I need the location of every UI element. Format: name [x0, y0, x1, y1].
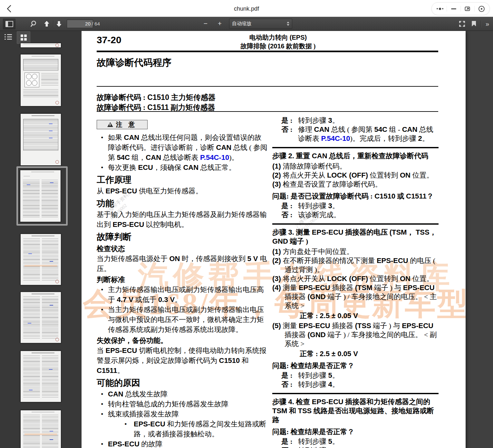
divider-rule — [97, 111, 438, 112]
answer-yes: 是 :转到步骤 3。 — [272, 201, 439, 210]
step-rule — [272, 393, 439, 394]
cause-bullet: 转向柱管轴总成的力矩传感器发生故障 — [97, 399, 268, 409]
caution-box: 注 意 — [97, 120, 148, 129]
thumbnail-view-button[interactable] — [17, 31, 30, 44]
thumbnail-page-image — [20, 170, 61, 222]
thumbnail-page[interactable] — [20, 234, 61, 285]
thumbnail-page[interactable] — [20, 113, 61, 166]
question-line: 问题: 检查结果是否正常？ — [272, 361, 439, 370]
heading-principle: 工作原理 — [97, 174, 268, 186]
toolbar-divider — [53, 20, 53, 27]
thumbnail-page[interactable] — [20, 54, 61, 106]
cause-bullet: EPS-ECU 的故障 — [97, 439, 268, 448]
header-line-1: 电动助力转向 (EPS) — [101, 33, 455, 42]
warning-icon — [107, 122, 113, 127]
step3-heading: 步骤 3. 测量 EPS-ECU 插接器的电压 (TSM， TSS，GND 端子… — [272, 228, 439, 246]
criteria-bullet: 主力矩传感器输出电压或副力矩传感器输出电压高于 4.7 V 或低于 0.3 V。 — [97, 285, 268, 305]
answer-no: 否 :该诊断完成。 — [272, 210, 439, 219]
thumbnail-page-current[interactable] — [16, 166, 68, 226]
cause-bullet: 线束或插接器发生故障 — [97, 409, 268, 419]
page-count-label: / 64 — [92, 17, 100, 31]
step-item: (4) 测量 EPS-ECU 插接器 (TSM 端子 ) 与 EPS-ECU 插… — [272, 283, 439, 310]
divider-rule — [97, 86, 438, 87]
thumbnails-sidebar — [0, 31, 82, 448]
cause-bullet: CAN 总线发生故障 — [97, 389, 268, 399]
step-item: (3) 检查是否设置了故障诊断代码。 — [272, 180, 439, 189]
dtc-block: 故障诊断代码 : C1510 主力矩传感器 故障诊断代码 : C1511 副力矩… — [97, 93, 216, 112]
paragraph-function: 基于输入力矩的电压从主力矩传感器及副力矩传感器输出到 EPS-ECU 以控制电机… — [97, 209, 268, 229]
toolbar-divider — [481, 20, 481, 27]
heading-causes: 可能的原因 — [97, 377, 268, 389]
dtc-line-1: 故障诊断代码 : C1510 主力矩传感器 — [97, 93, 216, 102]
zoom-select[interactable]: 自动缩放 — [229, 19, 292, 29]
heading-function: 功能 — [97, 198, 268, 209]
header-line-2: 故障排除 (2016 款前数据 ) — [101, 42, 455, 51]
previous-page-icon[interactable] — [42, 19, 52, 28]
page-number-input[interactable] — [67, 19, 93, 28]
caution-label: 注 意 — [116, 120, 137, 130]
search-icon[interactable] — [30, 20, 39, 28]
caution-bullet: 如果 CAN 总线出现任何问题，则会设置错误的故障诊断代码。进行该诊断前，诊断 … — [97, 132, 268, 162]
minimize-icon[interactable] — [447, 3, 460, 15]
step4-heading: 步骤 4. 检查 EPS-ECU 插接器和力矩传感器之间的 TSM 和 TSS … — [272, 397, 439, 424]
pdf-viewer-area[interactable]: 汽修帮手在线资料库 会员168/年，每周更新车型 汽修帮手资料库ID:70600… — [81, 31, 493, 448]
caution-bullet: 每次更换 ECU，须确保 CAN 总线正常。 — [97, 162, 268, 172]
normal-value: 正常 : 2.5 ± 0.05 V — [300, 349, 439, 358]
bookmark-icon[interactable] — [470, 19, 478, 29]
pdf-link[interactable]: P.54C-10 — [200, 153, 229, 161]
outline-view-icon[interactable] — [5, 34, 12, 41]
pdf-toolbar: / 64 − + 自动缩放 » — [0, 17, 493, 31]
next-page-icon[interactable] — [54, 19, 64, 28]
answer-no: 否 :转到步骤 4。 — [272, 380, 439, 389]
thumbnail-page[interactable] — [20, 43, 61, 48]
header-rule — [97, 51, 438, 52]
page-header: 电动助力转向 (EPS) 故障排除 (2016 款前数据 ) — [101, 33, 455, 51]
right-column: 是 :转到步骤 3。 否 :修理 CAN 总线 ( 参阅第 54C 组 - CA… — [272, 116, 439, 448]
step-item: (2) 将点火开关从 LOCK (OFF) 位置转到 ON 位置。 — [272, 171, 439, 180]
step-rule — [272, 147, 439, 148]
toggle-sidebar-button[interactable] — [3, 19, 15, 29]
thumbnail-page[interactable] — [20, 351, 61, 402]
subheading-check-state: 检查状态 — [97, 244, 268, 254]
document-title: chunk.pdf — [0, 0, 493, 17]
spinner-icon — [287, 22, 289, 26]
zoom-select-value: 自动缩放 — [232, 21, 287, 27]
question-line: 问题: 是否已设置故障诊断代码 : C1510 或 C1511？ — [272, 192, 439, 201]
thumbnail-page[interactable] — [20, 292, 61, 343]
step-item: (5) 测量 EPS-ECU 插接器 (TSS 端子 ) 与 EPS-ECU 插… — [272, 321, 439, 348]
question-line: 问题: 检查结果是否正常？ — [272, 427, 439, 436]
answer-yes: 是 :转到步骤 5。 — [272, 371, 439, 380]
step2-heading: 步骤 2. 重置 CAN 总线后，重新检查故障诊断代码 — [272, 151, 439, 161]
zoom-out-button[interactable]: − — [201, 19, 210, 28]
left-column: 注 意 如果 CAN 总线出现任何问题，则会设置错误的故障诊断代码。进行该诊断前… — [97, 120, 268, 448]
criteria-bullet: 当主力矩传感器输出电压或副力矩传感器输出电压与微机中预设的电压不一致时，微机将确… — [97, 305, 268, 335]
step-item: (1) 清除故障诊断代码。 — [272, 162, 439, 171]
subheading-criteria: 判断标准 — [97, 275, 268, 285]
answer-no: 否 :修理 CAN 总线 ( 参阅第 54C 组 - CAN 总线诊断表 P.5… — [272, 125, 439, 143]
window-control-capsule — [431, 2, 490, 15]
grid-icon — [21, 34, 27, 41]
paragraph-check-state: 当力矩传感器电源处于 ON 时，传感器则接收到 5 V 电压。 — [97, 254, 268, 274]
more-tools-icon[interactable]: » — [484, 21, 491, 27]
subheading-failsafe: 失效保护，备份功能。 — [97, 336, 268, 346]
step-item: (3) 将点火开关从 LOCK (OFF) 位置转到 ON 位置。 — [272, 274, 439, 283]
zoom-in-button[interactable]: + — [215, 19, 225, 28]
answer-yes: 是 :转到步骤 5。 — [272, 437, 439, 446]
pdf-page: 汽修帮手在线资料库 会员168/年，每周更新车型 汽修帮手资料库ID:70600… — [82, 31, 466, 448]
section-title: 故障诊断代码程序 — [97, 56, 171, 69]
presentation-mode-icon[interactable] — [457, 19, 467, 29]
paragraph-failsafe: 当 EPS-ECU 切断电机控制，使得电动助力转向系统报警显示屏闪烁，则设定故障… — [97, 346, 268, 375]
thumbnail-page[interactable] — [20, 410, 61, 448]
dots-icon — [437, 8, 443, 10]
more-options-icon[interactable] — [433, 3, 447, 15]
paragraph-principle: 从 EPS-ECU 供电至力矩传感器。 — [97, 186, 268, 196]
answer-no: 否 :转到步骤 7。 — [272, 446, 439, 448]
sidebar-icon — [5, 21, 13, 27]
browser-app-bar: chunk.pdf — [0, 0, 493, 17]
pdf-link[interactable]: P.54C-10 — [321, 134, 350, 142]
float-window-icon[interactable] — [461, 3, 474, 15]
step-rule — [272, 223, 439, 225]
cause-sub-bullet: EPS-ECU 和力矩传感器之间发生短路或断路，或者插接器接触松动。 — [97, 419, 268, 439]
home-circle-icon[interactable] — [475, 3, 488, 15]
step-item: (2) 在不断开插接器的情况下测量 EPS-ECU 的电压 ( 通过背测 )。 — [272, 256, 439, 274]
